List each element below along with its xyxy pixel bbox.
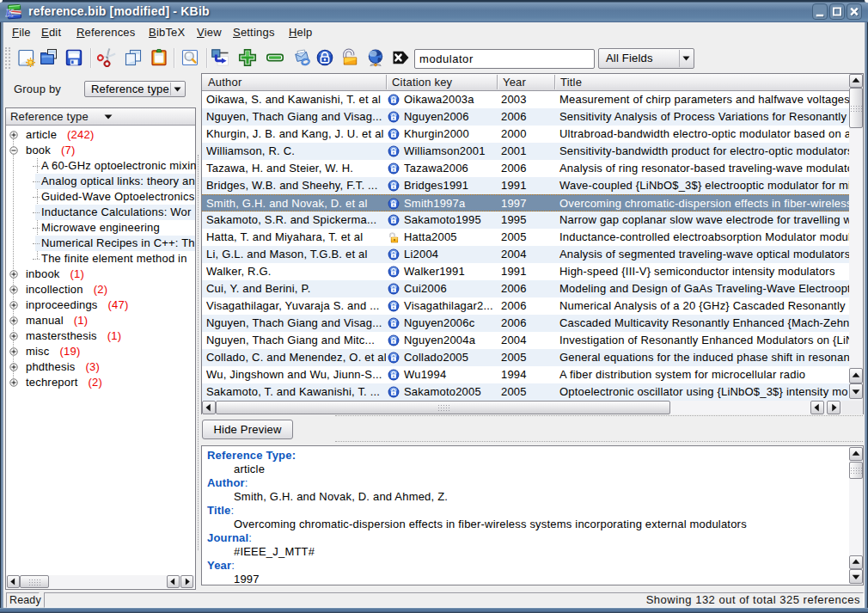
svg-text:K: K [5,6,14,19]
